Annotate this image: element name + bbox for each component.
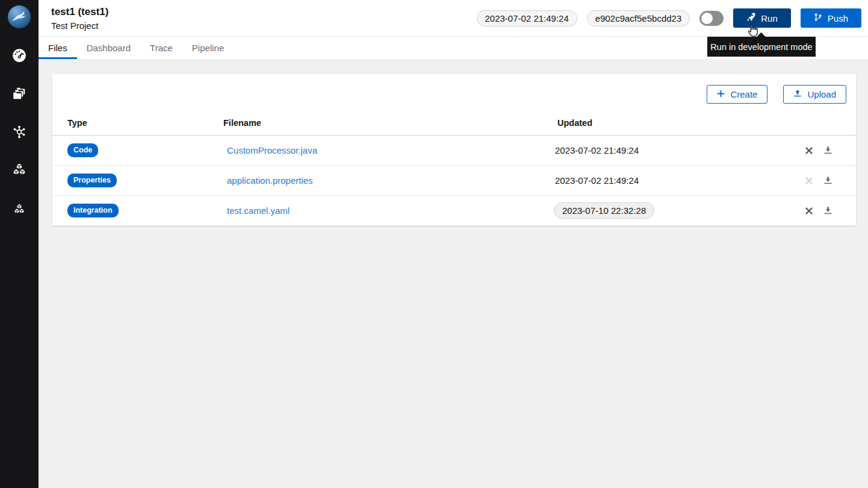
download-icon: [823, 208, 832, 217]
delete-file-button-disabled: [804, 175, 814, 186]
tab-trace[interactable]: Trace: [140, 37, 182, 59]
page-title: test1 (test1): [51, 6, 108, 18]
table-row: Integration test.camel.yaml 2023-07-10 2…: [52, 196, 856, 226]
delete-file-button[interactable]: [804, 145, 814, 155]
tab-pipeline-label: Pipeline: [192, 43, 224, 53]
page-subtitle: Test Project: [51, 20, 108, 31]
projects-copy-icon: [11, 86, 27, 101]
column-header-updated: Updated: [557, 118, 745, 128]
sidebar-item-dashboard[interactable]: [0, 36, 39, 74]
updated-timestamp-badge: 2023-07-10 22:32:28: [554, 202, 654, 219]
file-type-badge: Integration: [67, 204, 119, 217]
files-toolbar: Create Upload: [52, 74, 856, 111]
hub-network-icon: [11, 124, 27, 140]
sidebar-nav: [0, 36, 39, 228]
tab-pipeline[interactable]: Pipeline: [182, 37, 234, 59]
upload-file-button[interactable]: Upload: [783, 85, 846, 104]
tab-trace-label: Trace: [150, 43, 173, 53]
push-button[interactable]: Push: [801, 8, 861, 28]
column-header-type: Type: [67, 118, 223, 128]
download-file-button[interactable]: [823, 175, 833, 186]
filename-link[interactable]: CustomProcessor.java: [227, 145, 317, 155]
tab-dashboard[interactable]: Dashboard: [77, 37, 140, 59]
run-button-label: Run: [761, 13, 778, 23]
sidebar-item-eip[interactable]: [0, 113, 39, 151]
table-row: Properties application.properties 2023-0…: [52, 166, 856, 196]
plus-icon: [717, 89, 725, 99]
tab-files[interactable]: Files: [39, 37, 77, 59]
close-icon: [805, 148, 813, 157]
sidebar-item-projects[interactable]: [0, 74, 39, 113]
download-file-button[interactable]: [823, 205, 833, 216]
upload-button-label: Upload: [807, 89, 836, 99]
content-area: Create Upload Type Filename Updated Code: [39, 59, 868, 488]
commit-hash-badge: e902c9acf5e5bcdd23: [587, 10, 690, 27]
sidebar-item-kamelets[interactable]: [0, 190, 39, 228]
sidebar: [0, 0, 39, 488]
dev-mode-toggle[interactable]: [699, 11, 724, 26]
close-icon: [805, 208, 813, 217]
sidebar-item-components[interactable]: [0, 151, 39, 190]
header-controls: 2023-07-02 21:49:24 e902c9acf5e5bcdd23 R…: [477, 8, 862, 28]
cubes-cluster-icon: [12, 202, 26, 216]
cubes-icon: [11, 163, 27, 178]
tachometer-icon: [11, 47, 27, 63]
download-file-button[interactable]: [823, 145, 833, 155]
git-branch-icon: [814, 13, 822, 23]
push-button-label: Push: [828, 13, 848, 23]
download-icon: [823, 148, 832, 157]
create-file-button[interactable]: Create: [707, 85, 767, 104]
table-row: Code CustomProcessor.java 2023-07-02 21:…: [52, 136, 856, 166]
close-icon: [805, 178, 813, 187]
run-tooltip-text: Run in development mode: [710, 42, 812, 52]
toggle-knob: [701, 13, 713, 24]
tab-files-label: Files: [48, 43, 67, 53]
karavan-logo-icon[interactable]: [7, 5, 31, 29]
title-block: test1 (test1) Test Project: [51, 6, 108, 31]
run-button[interactable]: Run: [733, 8, 791, 28]
file-type-badge: Code: [67, 143, 98, 157]
delete-file-button[interactable]: [804, 205, 814, 216]
create-button-label: Create: [730, 89, 757, 99]
file-type-badge: Properties: [67, 174, 117, 187]
download-icon: [823, 178, 832, 187]
project-header: test1 (test1) Test Project 2023-07-02 21…: [39, 0, 868, 37]
filename-link[interactable]: application.properties: [227, 175, 313, 186]
files-card: Create Upload Type Filename Updated Code: [52, 74, 856, 226]
table-header: Type Filename Updated: [52, 111, 856, 136]
column-header-filename: Filename: [223, 118, 557, 128]
upload-icon: [793, 89, 802, 99]
commit-time-badge: 2023-07-02 21:49:24: [477, 10, 577, 27]
tab-dashboard-label: Dashboard: [87, 43, 131, 53]
updated-timestamp: 2023-07-02 21:49:24: [555, 145, 639, 155]
rocket-icon: [746, 13, 755, 23]
updated-timestamp: 2023-07-02 21:49:24: [555, 175, 639, 186]
filename-link[interactable]: test.camel.yaml: [227, 205, 290, 216]
run-tooltip: Run in development mode: [707, 37, 816, 57]
